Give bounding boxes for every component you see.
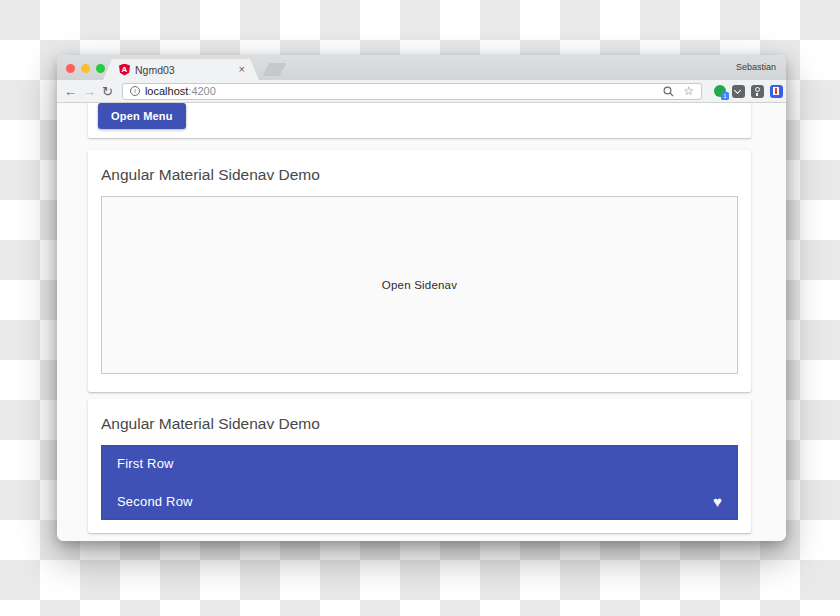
sidenav-content-box: Open Sidenav — [101, 196, 738, 374]
angular-icon: A — [119, 64, 130, 76]
new-tab-button[interactable] — [263, 63, 287, 76]
page-viewport: Open Menu Angular Material Sidenav Demo … — [57, 103, 786, 541]
browser-window: A Ngmd03 × Sebastian ← → ↻ i localhost:4… — [57, 55, 786, 541]
extension-icons: 1 ⋮ — [714, 84, 786, 98]
desktop-transparent-background: { "colors": { "primary": "#3f51b5", "che… — [0, 0, 840, 616]
back-button[interactable]: ← — [64, 85, 77, 98]
traffic-lights — [66, 64, 105, 73]
minimize-window-button[interactable] — [81, 64, 90, 73]
lightbulb-extension-icon[interactable] — [751, 85, 764, 98]
browser-toolbar: ← → ↻ i localhost:4200 ☆ 1 ⋮ — [57, 80, 786, 103]
omnibox-right-icons: ☆ — [663, 85, 694, 97]
card-heading: Angular Material Sidenav Demo — [101, 166, 738, 184]
address-bar[interactable]: i localhost:4200 ☆ — [122, 83, 702, 100]
thermometer-extension-icon[interactable] — [770, 85, 783, 98]
open-sidenav-button[interactable]: Open Sidenav — [382, 279, 457, 291]
url-host: localhost — [145, 85, 188, 97]
profile-name: Sebastian — [736, 62, 776, 72]
chevron-down-icon — [734, 86, 741, 93]
tab-strip: A Ngmd03 × Sebastian — [57, 55, 786, 80]
forward-button[interactable]: → — [83, 85, 96, 98]
card-heading: Angular Material Sidenav Demo — [101, 415, 738, 433]
bookmark-star-icon[interactable]: ☆ — [683, 85, 694, 97]
heart-icon[interactable]: ♥ — [713, 494, 722, 509]
url-port: :4200 — [188, 85, 216, 97]
zoom-window-button[interactable] — [96, 64, 105, 73]
toolbar-row-label: First Row — [117, 456, 174, 471]
toolbar-row-label: Second Row — [117, 494, 193, 509]
toolbar-row-first: First Row — [101, 445, 738, 483]
zoom-icon[interactable] — [663, 86, 674, 97]
toolbar-row-second: Second Row ♥ — [101, 483, 738, 521]
close-window-button[interactable] — [66, 64, 75, 73]
tab-close-icon[interactable]: × — [239, 64, 245, 75]
tab-title: Ngmd03 — [135, 64, 234, 76]
url-text[interactable]: localhost:4200 — [145, 85, 216, 97]
pocket-extension-icon[interactable] — [732, 85, 745, 98]
browser-tab[interactable]: A Ngmd03 × — [103, 59, 259, 80]
top-strip-card: Open Menu — [88, 103, 751, 138]
toolbar-demo-card: Angular Material Sidenav Demo First Row … — [88, 399, 751, 533]
material-toolbar: First Row Second Row ♥ — [101, 445, 738, 520]
reload-button[interactable]: ↻ — [102, 85, 113, 98]
site-info-icon[interactable]: i — [130, 86, 140, 96]
extension-badge: 1 — [721, 92, 729, 100]
bulb-icon — [755, 87, 760, 92]
sidenav-demo-card: Angular Material Sidenav Demo Open Siden… — [88, 150, 751, 392]
green-extension-icon[interactable]: 1 — [714, 85, 726, 97]
open-menu-button[interactable]: Open Menu — [98, 103, 186, 129]
